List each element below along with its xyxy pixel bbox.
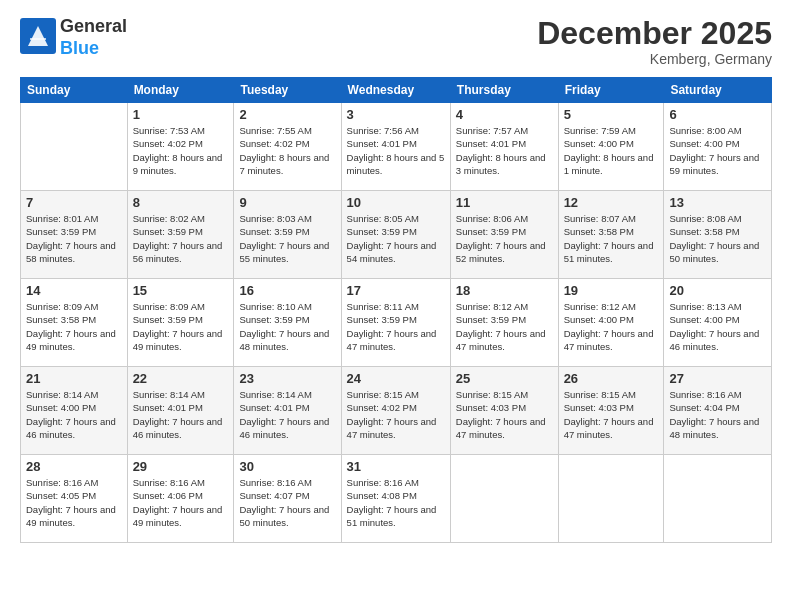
day-number: 26 [564,371,659,386]
day-info: Sunrise: 8:16 AMSunset: 4:07 PMDaylight:… [239,476,335,529]
day-info: Sunrise: 8:03 AMSunset: 3:59 PMDaylight:… [239,212,335,265]
day-number: 22 [133,371,229,386]
day-number: 2 [239,107,335,122]
day-number: 10 [347,195,445,210]
calendar-week-row: 1Sunrise: 7:53 AMSunset: 4:02 PMDaylight… [21,103,772,191]
calendar-week-row: 28Sunrise: 8:16 AMSunset: 4:05 PMDayligh… [21,455,772,543]
calendar-weekday-header: Saturday [664,78,772,103]
day-info: Sunrise: 8:02 AMSunset: 3:59 PMDaylight:… [133,212,229,265]
day-number: 27 [669,371,766,386]
calendar-cell: 15Sunrise: 8:09 AMSunset: 3:59 PMDayligh… [127,279,234,367]
day-number: 19 [564,283,659,298]
calendar-weekday-header: Monday [127,78,234,103]
day-number: 28 [26,459,122,474]
calendar-cell: 12Sunrise: 8:07 AMSunset: 3:58 PMDayligh… [558,191,664,279]
calendar-weekday-header: Friday [558,78,664,103]
day-info: Sunrise: 7:53 AMSunset: 4:02 PMDaylight:… [133,124,229,177]
day-number: 7 [26,195,122,210]
day-number: 25 [456,371,553,386]
day-number: 15 [133,283,229,298]
day-number: 13 [669,195,766,210]
day-info: Sunrise: 8:07 AMSunset: 3:58 PMDaylight:… [564,212,659,265]
day-info: Sunrise: 8:09 AMSunset: 3:58 PMDaylight:… [26,300,122,353]
calendar-cell: 25Sunrise: 8:15 AMSunset: 4:03 PMDayligh… [450,367,558,455]
day-info: Sunrise: 8:12 AMSunset: 4:00 PMDaylight:… [564,300,659,353]
day-info: Sunrise: 8:06 AMSunset: 3:59 PMDaylight:… [456,212,553,265]
day-info: Sunrise: 7:57 AMSunset: 4:01 PMDaylight:… [456,124,553,177]
day-number: 11 [456,195,553,210]
day-number: 18 [456,283,553,298]
header: General Blue December 2025 Kemberg, Germ… [20,16,772,67]
logo-general: General [60,16,127,36]
calendar-cell: 16Sunrise: 8:10 AMSunset: 3:59 PMDayligh… [234,279,341,367]
day-number: 14 [26,283,122,298]
day-info: Sunrise: 8:09 AMSunset: 3:59 PMDaylight:… [133,300,229,353]
day-number: 29 [133,459,229,474]
calendar-cell: 9Sunrise: 8:03 AMSunset: 3:59 PMDaylight… [234,191,341,279]
day-info: Sunrise: 8:16 AMSunset: 4:05 PMDaylight:… [26,476,122,529]
calendar-cell: 14Sunrise: 8:09 AMSunset: 3:58 PMDayligh… [21,279,128,367]
day-number: 5 [564,107,659,122]
calendar-cell: 7Sunrise: 8:01 AMSunset: 3:59 PMDaylight… [21,191,128,279]
calendar-cell: 3Sunrise: 7:56 AMSunset: 4:01 PMDaylight… [341,103,450,191]
day-info: Sunrise: 8:16 AMSunset: 4:08 PMDaylight:… [347,476,445,529]
calendar-cell: 17Sunrise: 8:11 AMSunset: 3:59 PMDayligh… [341,279,450,367]
day-info: Sunrise: 8:12 AMSunset: 3:59 PMDaylight:… [456,300,553,353]
day-number: 8 [133,195,229,210]
title-block: December 2025 Kemberg, Germany [537,16,772,67]
day-number: 9 [239,195,335,210]
logo: General Blue [20,16,127,59]
calendar-cell: 22Sunrise: 8:14 AMSunset: 4:01 PMDayligh… [127,367,234,455]
calendar-weekday-header: Wednesday [341,78,450,103]
calendar-header-row: SundayMondayTuesdayWednesdayThursdayFrid… [21,78,772,103]
calendar-cell: 31Sunrise: 8:16 AMSunset: 4:08 PMDayligh… [341,455,450,543]
day-number: 21 [26,371,122,386]
day-info: Sunrise: 8:08 AMSunset: 3:58 PMDaylight:… [669,212,766,265]
calendar-cell: 23Sunrise: 8:14 AMSunset: 4:01 PMDayligh… [234,367,341,455]
calendar-cell: 26Sunrise: 8:15 AMSunset: 4:03 PMDayligh… [558,367,664,455]
calendar-week-row: 14Sunrise: 8:09 AMSunset: 3:58 PMDayligh… [21,279,772,367]
calendar-cell [558,455,664,543]
calendar-cell: 5Sunrise: 7:59 AMSunset: 4:00 PMDaylight… [558,103,664,191]
day-number: 16 [239,283,335,298]
calendar-week-row: 21Sunrise: 8:14 AMSunset: 4:00 PMDayligh… [21,367,772,455]
calendar-cell: 8Sunrise: 8:02 AMSunset: 3:59 PMDaylight… [127,191,234,279]
month-title: December 2025 [537,16,772,51]
day-number: 31 [347,459,445,474]
day-info: Sunrise: 8:00 AMSunset: 4:00 PMDaylight:… [669,124,766,177]
day-number: 1 [133,107,229,122]
day-info: Sunrise: 8:01 AMSunset: 3:59 PMDaylight:… [26,212,122,265]
day-number: 30 [239,459,335,474]
day-number: 4 [456,107,553,122]
day-number: 20 [669,283,766,298]
day-info: Sunrise: 8:14 AMSunset: 4:01 PMDaylight:… [239,388,335,441]
day-info: Sunrise: 8:10 AMSunset: 3:59 PMDaylight:… [239,300,335,353]
calendar-weekday-header: Sunday [21,78,128,103]
calendar-cell: 11Sunrise: 8:06 AMSunset: 3:59 PMDayligh… [450,191,558,279]
day-info: Sunrise: 8:11 AMSunset: 3:59 PMDaylight:… [347,300,445,353]
calendar-cell [21,103,128,191]
calendar-cell: 20Sunrise: 8:13 AMSunset: 4:00 PMDayligh… [664,279,772,367]
logo-blue: Blue [60,38,99,58]
day-info: Sunrise: 7:55 AMSunset: 4:02 PMDaylight:… [239,124,335,177]
calendar-cell: 27Sunrise: 8:16 AMSunset: 4:04 PMDayligh… [664,367,772,455]
day-number: 6 [669,107,766,122]
calendar-weekday-header: Tuesday [234,78,341,103]
page: General Blue December 2025 Kemberg, Germ… [0,0,792,612]
day-info: Sunrise: 8:13 AMSunset: 4:00 PMDaylight:… [669,300,766,353]
calendar-cell [664,455,772,543]
day-info: Sunrise: 8:15 AMSunset: 4:03 PMDaylight:… [456,388,553,441]
calendar-cell: 1Sunrise: 7:53 AMSunset: 4:02 PMDaylight… [127,103,234,191]
calendar-table: SundayMondayTuesdayWednesdayThursdayFrid… [20,77,772,543]
calendar-cell: 2Sunrise: 7:55 AMSunset: 4:02 PMDaylight… [234,103,341,191]
day-info: Sunrise: 8:14 AMSunset: 4:01 PMDaylight:… [133,388,229,441]
day-info: Sunrise: 8:14 AMSunset: 4:00 PMDaylight:… [26,388,122,441]
calendar-cell: 10Sunrise: 8:05 AMSunset: 3:59 PMDayligh… [341,191,450,279]
calendar-cell: 29Sunrise: 8:16 AMSunset: 4:06 PMDayligh… [127,455,234,543]
calendar-cell: 19Sunrise: 8:12 AMSunset: 4:00 PMDayligh… [558,279,664,367]
svg-rect-2 [30,38,46,40]
day-number: 17 [347,283,445,298]
calendar-cell: 18Sunrise: 8:12 AMSunset: 3:59 PMDayligh… [450,279,558,367]
calendar-cell: 30Sunrise: 8:16 AMSunset: 4:07 PMDayligh… [234,455,341,543]
logo-text: General Blue [60,16,127,59]
